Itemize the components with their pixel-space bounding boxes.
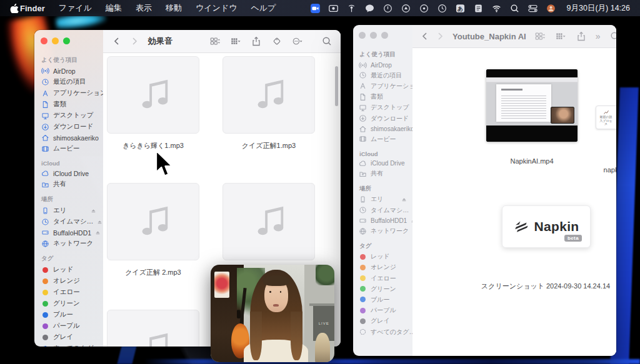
sidebar-item[interactable]: グレイ — [357, 316, 409, 327]
menu-item-4[interactable]: 移動 — [166, 2, 182, 14]
image-thumbnail-screenshot[interactable]: Napkin beta — [502, 205, 591, 248]
menu-item-finder[interactable]: Finder — [20, 4, 45, 13]
scrollbar[interactable] — [335, 66, 338, 106]
file-item[interactable]: きらきら輝く1.mp3 — [107, 56, 199, 150]
sidebar-item[interactable]: shimosakaeriko — [39, 132, 99, 143]
search-icon[interactable] — [321, 35, 333, 47]
sidebar-item[interactable]: イエロー — [357, 273, 409, 283]
file-item[interactable]: クイズ正解1.mp3 — [222, 56, 315, 150]
file-item[interactable]: クイズ正解 2.mp3 — [107, 183, 199, 277]
sidebar-item[interactable]: デスクトップ — [39, 110, 99, 121]
more-actions-icon[interactable] — [291, 35, 304, 47]
gallery-view-icon[interactable] — [534, 30, 546, 42]
sidebar-item[interactable]: ダウンロード — [357, 113, 409, 124]
close-button[interactable] — [359, 32, 366, 39]
menu-item-2[interactable]: 編集 — [106, 2, 122, 14]
wifi-icon[interactable] — [492, 4, 501, 13]
file-item[interactable] — [107, 310, 199, 347]
file-label[interactable]: スクリーンショット 2024-09-30 14.24.14 — [458, 282, 616, 291]
close-button[interactable] — [41, 37, 48, 44]
sidebar-item[interactable]: 書類 — [357, 92, 409, 102]
chat-app-icon[interactable] — [365, 4, 374, 13]
sidebar-item[interactable]: オレンジ — [357, 262, 409, 273]
sidebar-item[interactable]: アプリケーション — [39, 87, 99, 99]
zoom-app-icon[interactable] — [311, 4, 320, 13]
clock-status-icon[interactable] — [438, 4, 447, 13]
sidebar-item[interactable]: パープル — [39, 320, 99, 332]
mp3-thumbnail[interactable] — [222, 183, 315, 260]
account-avatar-icon[interactable] — [546, 4, 556, 13]
sidebar-item[interactable]: エリ — [357, 194, 409, 205]
image-thumbnail-napkin-selection[interactable]: 最初の購入プロセス購入評価調査説明 — [596, 106, 616, 129]
sidebar-item[interactable]: タイムマシ… — [357, 205, 409, 215]
apple-menu-icon[interactable] — [10, 3, 19, 13]
sidebar-item[interactable]: オレンジ — [39, 275, 99, 287]
sidebar-item[interactable]: ムービー — [39, 143, 99, 154]
file-label[interactable]: napkin-selection.png — [591, 166, 616, 174]
menu-item-1[interactable]: ファイル — [59, 2, 92, 14]
document-badge-icon[interactable] — [474, 4, 483, 13]
share-icon[interactable] — [250, 35, 262, 47]
sidebar-item[interactable]: グリーン — [39, 298, 99, 309]
forward-button[interactable] — [128, 35, 141, 47]
back-button[interactable] — [420, 30, 430, 42]
sidebar-item[interactable]: AirDrop — [39, 66, 99, 76]
menu-item-6[interactable]: ヘルプ — [251, 2, 276, 14]
record-circle-icon[interactable] — [419, 4, 429, 13]
forward-button[interactable] — [435, 30, 445, 42]
sidebar-item[interactable]: 最近の項目 — [357, 70, 409, 81]
mp3-thumbnail[interactable] — [222, 56, 315, 134]
sidebar-item[interactable]: すべてのタグ… — [39, 343, 99, 347]
sidebar-item[interactable]: レッド — [357, 252, 409, 262]
sidebar-item[interactable]: すべてのタグ… — [357, 327, 409, 337]
sidebar-item[interactable]: AirDrop — [357, 60, 409, 70]
screen-record-icon[interactable] — [329, 4, 338, 13]
sidebar-item[interactable]: ダウンロード — [39, 121, 99, 132]
grid-view-icon[interactable] — [229, 35, 242, 47]
minimize-button[interactable] — [52, 37, 59, 44]
sidebar-item[interactable]: 書類 — [39, 99, 99, 110]
share-icon[interactable] — [575, 30, 588, 42]
back-button[interactable] — [111, 35, 123, 47]
sidebar-item[interactable]: 共有 — [357, 169, 409, 179]
zoom-button[interactable] — [63, 37, 70, 44]
sidebar-item[interactable]: グレイ — [39, 332, 99, 343]
minimize-button[interactable] — [370, 32, 377, 39]
toolbar-overflow-icon[interactable]: » — [596, 32, 601, 41]
mp3-thumbnail[interactable] — [107, 56, 199, 134]
sidebar-item[interactable]: BuffaloHDD1 — [39, 227, 99, 238]
sidebar-item[interactable]: アプリケーション — [357, 81, 409, 91]
sidebar-item[interactable]: ムービー — [357, 134, 409, 144]
sidebar-item[interactable]: レッド — [39, 264, 99, 275]
eject-icon[interactable] — [97, 219, 102, 225]
zoom-button[interactable] — [381, 32, 388, 39]
antenna-icon[interactable] — [347, 4, 356, 13]
eject-icon[interactable] — [95, 230, 101, 235]
input-japanese-icon[interactable]: あ — [456, 4, 465, 13]
sidebar-item[interactable]: iCloud Drive — [357, 159, 409, 169]
menu-item-5[interactable]: ウインドウ — [196, 2, 238, 14]
sidebar-item[interactable]: パープル — [357, 305, 409, 316]
video-thumbnail-napkinai[interactable] — [486, 69, 578, 142]
file-item[interactable] — [222, 183, 315, 277]
sidebar-item[interactable]: shimosakaeriko — [357, 124, 409, 134]
mp3-thumbnail[interactable] — [107, 183, 199, 260]
sidebar-item[interactable]: ネットワーク — [357, 225, 409, 236]
sidebar-item[interactable]: エリ — [39, 205, 99, 216]
sidebar-item[interactable]: ブルー — [39, 309, 99, 320]
eject-icon[interactable] — [401, 197, 407, 202]
drive-circle-icon[interactable] — [401, 4, 411, 13]
grid-view-icon[interactable] — [554, 30, 567, 42]
menu-bar-clock[interactable]: 9月30日(月) 14:26 — [567, 3, 630, 14]
menu-item-3[interactable]: 表示 — [136, 2, 152, 14]
gallery-view-icon[interactable] — [209, 35, 221, 47]
sidebar-item[interactable]: 最近の項目 — [39, 76, 99, 87]
mp3-thumbnail[interactable] — [107, 310, 199, 347]
tag-icon[interactable] — [271, 35, 283, 47]
sidebar-item[interactable]: 共有 — [39, 179, 99, 190]
sidebar-item[interactable]: ネットワーク — [39, 238, 99, 249]
sidebar-item[interactable]: デスクトップ — [357, 102, 409, 113]
sidebar-item[interactable]: ブルー — [357, 294, 409, 305]
power-circle-icon[interactable] — [383, 4, 392, 13]
eject-icon[interactable] — [91, 208, 96, 214]
